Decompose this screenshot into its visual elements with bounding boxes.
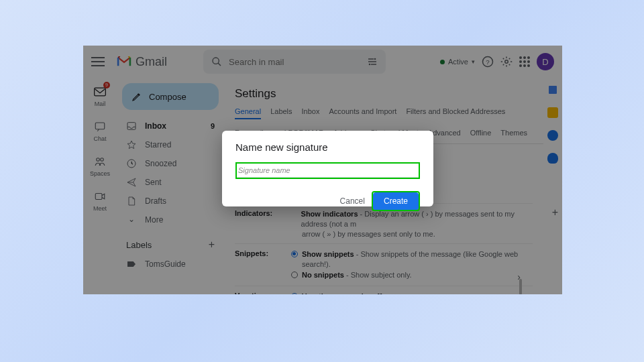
svg-point-6 xyxy=(505,60,508,64)
inbox-icon xyxy=(126,121,137,131)
setting-snippets: Snippets: Show snippets - Show snippets … xyxy=(235,243,533,286)
header: Gmail Active ▾ ? D xyxy=(83,46,562,78)
label-icon xyxy=(126,259,137,269)
gmail-logo-icon xyxy=(117,56,131,67)
add-on-plus-icon[interactable]: + xyxy=(552,206,558,219)
tab-inbox[interactable]: Inbox xyxy=(302,107,320,119)
sidebar-item-more[interactable]: ⌄ More xyxy=(117,210,224,229)
support-icon[interactable]: ? xyxy=(482,56,494,68)
contacts-icon[interactable] xyxy=(547,153,558,164)
svg-rect-7 xyxy=(95,88,106,96)
indicators-show-option[interactable]: Show indicators - Display an arrow ( › )… xyxy=(291,209,533,230)
rail-chat-label: Chat xyxy=(93,135,106,142)
scroll-right-icon[interactable]: › xyxy=(517,272,521,282)
chat-icon xyxy=(94,121,106,133)
svg-point-10 xyxy=(101,158,104,162)
clock-icon xyxy=(126,158,137,169)
radio-no-snippets[interactable] xyxy=(291,272,298,278)
star-icon xyxy=(126,139,137,150)
rail-spaces-label: Spaces xyxy=(90,170,110,177)
sidebar-item-snoozed[interactable]: Snoozed xyxy=(117,154,224,173)
drafts-icon xyxy=(126,196,137,206)
tab-offline[interactable]: Offline xyxy=(470,129,492,139)
sent-label: Sent xyxy=(145,178,162,187)
indicators-label: Indicators: xyxy=(235,209,275,238)
sidebar-item-starred[interactable]: Starred xyxy=(117,135,224,154)
rail-spaces[interactable]: Spaces xyxy=(90,154,110,177)
tab-filters[interactable]: Filters and Blocked Addresses xyxy=(406,107,505,119)
labels-title: Labels xyxy=(126,240,152,250)
signature-input-highlight xyxy=(235,162,420,179)
vacation-off-option[interactable]: Vacation responder off xyxy=(291,292,533,294)
create-button-highlight: Create xyxy=(372,191,420,211)
setting-vacation: Vacation responder: Vacation responder o… xyxy=(235,286,533,294)
search-icon xyxy=(211,56,222,67)
signature-name-input[interactable] xyxy=(237,164,419,178)
radio-vacation-off[interactable] xyxy=(291,293,298,294)
snoozed-label: Snoozed xyxy=(145,159,176,168)
snippets-label: Snippets: xyxy=(235,249,275,280)
label1-text: TomsGuide xyxy=(145,259,186,269)
tab-accounts[interactable]: Accounts and Import xyxy=(329,107,396,119)
meet-icon xyxy=(94,190,106,202)
chevron-down-icon: ▾ xyxy=(472,58,475,65)
svg-point-2 xyxy=(374,58,376,60)
radio-show-snippets[interactable] xyxy=(291,251,298,257)
rail-mail[interactable]: 9 Mail xyxy=(93,84,107,107)
cancel-button[interactable]: Cancel xyxy=(340,196,365,206)
spaces-icon xyxy=(94,156,106,168)
dialog-title: Name new signature xyxy=(235,141,420,153)
svg-point-0 xyxy=(213,58,219,64)
more-label: More xyxy=(145,215,163,225)
app-name: Gmail xyxy=(136,55,167,69)
google-apps-icon[interactable] xyxy=(519,56,530,67)
sidebar-item-inbox[interactable]: Inbox 9 xyxy=(117,117,224,135)
sidebar: Compose Inbox 9 Starred Snoozed Sent Dra… xyxy=(117,78,224,279)
tab-general[interactable]: General xyxy=(235,107,261,119)
search-box[interactable] xyxy=(203,50,386,74)
search-input[interactable] xyxy=(229,57,360,67)
search-options-icon[interactable] xyxy=(367,56,378,67)
inbox-count: 9 xyxy=(211,122,215,130)
compose-button[interactable]: Compose xyxy=(122,83,219,110)
account-avatar[interactable]: D xyxy=(537,53,554,70)
snippets-show-option[interactable]: Show snippets - Show snippets of the mes… xyxy=(291,249,533,270)
vacation-label: Vacation responder: xyxy=(235,292,275,294)
chevron-down-icon: ⌄ xyxy=(126,215,137,225)
sidebar-item-label-tomsguide[interactable]: TomsGuide xyxy=(117,255,224,274)
tasks-icon[interactable] xyxy=(547,130,558,141)
labels-header: Labels + xyxy=(117,229,224,255)
sidebar-item-sent[interactable]: Sent xyxy=(117,173,224,192)
tab-themes[interactable]: Themes xyxy=(500,129,527,139)
name-signature-dialog: Name new signature Cancel Create xyxy=(222,131,433,206)
svg-point-3 xyxy=(369,64,371,66)
sidebar-item-drafts[interactable]: Drafts xyxy=(117,192,224,210)
main-menu-icon[interactable] xyxy=(91,55,105,68)
gmail-logo[interactable]: Gmail xyxy=(117,55,167,69)
create-button[interactable]: Create xyxy=(373,192,419,210)
pencil-icon xyxy=(131,91,142,102)
inbox-label: Inbox xyxy=(145,121,166,131)
rail-chat[interactable]: Chat xyxy=(93,119,107,142)
gear-icon[interactable] xyxy=(500,56,513,68)
svg-text:?: ? xyxy=(486,58,490,66)
rail-meet[interactable]: Meet xyxy=(93,189,107,212)
calendar-icon[interactable] xyxy=(547,84,558,95)
indicators-line2: arrow ( » ) by messages sent only to me. xyxy=(291,230,533,238)
svg-point-9 xyxy=(97,158,100,162)
status-chip[interactable]: Active ▾ xyxy=(440,58,475,66)
right-side-panel xyxy=(543,84,562,164)
keep-icon[interactable] xyxy=(547,107,558,118)
add-label-icon[interactable]: + xyxy=(209,239,215,251)
mail-badge: 9 xyxy=(103,82,110,88)
dialog-actions: Cancel Create xyxy=(235,191,420,211)
snippets-no-option[interactable]: No snippets - Show subject only. xyxy=(291,270,533,280)
compose-label: Compose xyxy=(149,92,186,102)
status-label: Active xyxy=(448,58,468,66)
rail-meet-label: Meet xyxy=(93,205,107,212)
svg-rect-11 xyxy=(95,194,102,200)
svg-line-1 xyxy=(218,63,221,66)
drafts-label: Drafts xyxy=(145,196,166,206)
tab-labels[interactable]: Labels xyxy=(270,107,292,119)
settings-title: Settings xyxy=(235,87,533,101)
